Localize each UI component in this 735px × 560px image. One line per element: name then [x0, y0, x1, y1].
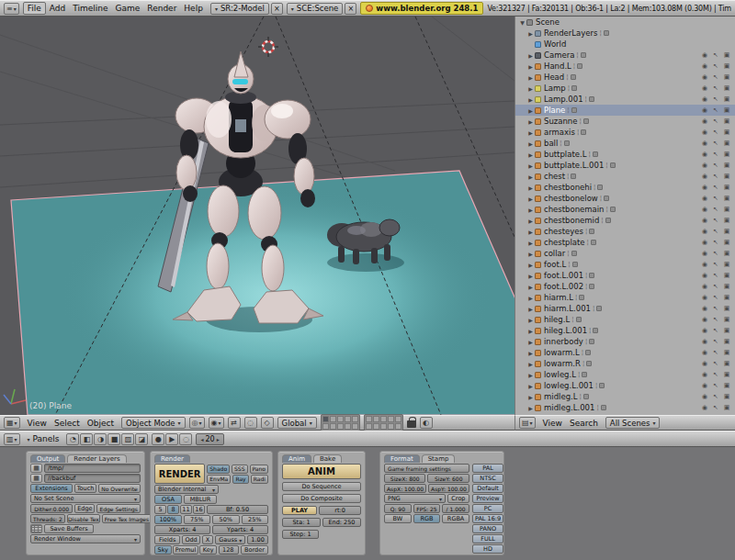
selectability-toggle-icon[interactable]: ↖ — [710, 283, 721, 290]
outliner-row[interactable]: ▶lowarm.R¦◉↖▣ — [515, 358, 735, 369]
window-type-icon[interactable]: ≡▾ — [4, 3, 19, 15]
outliner-row[interactable]: ▶hiarm.L¦◉↖▣ — [515, 292, 735, 303]
format-tab-stamp[interactable]: Stamp — [422, 454, 456, 463]
game-framing-button[interactable]: Game framing settings — [384, 464, 469, 473]
outliner-item-name[interactable]: hiarm.L — [544, 293, 573, 302]
preset-pano[interactable]: PANO — [472, 524, 503, 533]
sta-field[interactable]: Sta: 1 — [282, 518, 321, 527]
visibility-toggle-icon[interactable]: ◉ — [699, 173, 710, 180]
render-button[interactable]: RENDER — [154, 464, 205, 484]
outliner-row[interactable]: ▶Head¦◉↖▣ — [515, 72, 735, 83]
visibility-toggle-icon[interactable]: ◉ — [699, 129, 710, 136]
menu-timeline[interactable]: Timeline — [69, 3, 111, 14]
sizey-field[interactable]: SizeY: 600 — [427, 474, 469, 483]
renderability-toggle-icon[interactable]: ▣ — [721, 349, 732, 356]
layer-button-14[interactable] — [388, 416, 394, 422]
selectability-toggle-icon[interactable]: ↖ — [710, 382, 721, 389]
outliner-row[interactable]: ▶midleg.L¦◉↖▣ — [515, 391, 735, 402]
outliner-row[interactable]: ▶Plane¦◉↖▣ — [515, 105, 735, 116]
fps-base-field[interactable]: / 1.000 — [442, 504, 469, 513]
layer-button-18[interactable] — [380, 423, 387, 430]
color-mode-bw[interactable]: BW — [384, 514, 412, 523]
outliner-row[interactable]: ▶foot.L.001¦◉↖▣ — [515, 270, 735, 281]
screen-close-button[interactable]: × — [271, 3, 283, 15]
visibility-toggle-icon[interactable]: ◉ — [699, 261, 710, 268]
do-sequence-toggle[interactable]: Do Sequence — [282, 482, 361, 491]
selectability-toggle-icon[interactable]: ↖ — [710, 327, 721, 334]
renderability-toggle-icon[interactable]: ▣ — [721, 162, 732, 169]
menu-file[interactable]: File — [23, 2, 46, 15]
expand-icon[interactable]: ▶ — [526, 328, 535, 334]
pivot-selector-icon[interactable]: ◉▾ — [209, 417, 224, 429]
outliner-item-name[interactable]: midleg.L — [544, 392, 577, 401]
layer-button-16[interactable] — [366, 423, 372, 430]
renderability-toggle-icon[interactable]: ▣ — [721, 316, 732, 323]
visibility-toggle-icon[interactable]: ◉ — [699, 84, 710, 92]
file-browse-icon[interactable]: ▦ — [30, 464, 42, 473]
sizex-field[interactable]: SizeX: 800 — [384, 474, 425, 483]
selectability-toggle-icon[interactable]: ↖ — [710, 173, 721, 180]
visibility-toggle-icon[interactable]: ◉ — [699, 162, 710, 169]
selectability-toggle-icon[interactable]: ↖ — [710, 349, 721, 356]
play-button[interactable]: PLAY — [282, 506, 317, 515]
outliner-item-name[interactable]: Hand.L — [544, 62, 571, 71]
preset-pal[interactable]: PAL — [472, 464, 503, 473]
selectability-toggle-icon[interactable]: ↖ — [710, 62, 721, 70]
renderability-toggle-icon[interactable]: ▣ — [721, 51, 732, 59]
no-overwrite-toggle[interactable]: No Overwrite — [98, 484, 141, 493]
visibility-toggle-icon[interactable]: ◉ — [699, 250, 710, 257]
renderability-toggle-icon[interactable]: ▣ — [721, 84, 732, 92]
layer-button-6[interactable] — [322, 423, 329, 430]
outliner-item-name[interactable]: RenderLayers — [544, 28, 597, 38]
outliner-row[interactable]: ▶lowarm.L¦◉↖▣ — [515, 347, 735, 358]
disable-tex-toggle[interactable]: Disable Tex — [67, 514, 100, 523]
expand-icon[interactable]: ▶ — [526, 306, 535, 312]
selectability-toggle-icon[interactable]: ↖ — [710, 184, 721, 191]
renderability-toggle-icon[interactable]: ▣ — [721, 195, 732, 202]
outliner-row[interactable]: ▼Scene — [515, 17, 735, 28]
visibility-toggle-icon[interactable]: ◉ — [699, 195, 710, 202]
renderability-toggle-icon[interactable]: ▣ — [721, 283, 732, 290]
expand-icon[interactable]: ▶ — [526, 118, 535, 125]
renderability-toggle-icon[interactable]: ▣ — [721, 404, 732, 411]
visibility-toggle-icon[interactable]: ◉ — [699, 371, 710, 378]
expand-icon[interactable]: ▶ — [526, 240, 535, 246]
selectability-toggle-icon[interactable]: ↖ — [710, 140, 721, 147]
expand-icon[interactable]: ▶ — [526, 196, 535, 202]
selectability-toggle-icon[interactable]: ↖ — [710, 239, 721, 246]
expand-icon[interactable]: ▶ — [526, 151, 535, 158]
dither-field[interactable]: Dither:0.000 — [30, 504, 73, 513]
preset-pc[interactable]: PC — [472, 504, 503, 513]
alpha-mode-key[interactable]: Key — [199, 545, 217, 554]
anim-playback-icon[interactable]: ▶ — [165, 433, 178, 445]
scene-selector[interactable]: ▾SCE:Scene — [287, 3, 344, 15]
visibility-toggle-icon[interactable]: ◉ — [699, 360, 710, 367]
visibility-toggle-icon[interactable]: ◉ — [699, 404, 710, 411]
outliner-row[interactable]: ▶chest¦◉↖▣ — [515, 171, 735, 182]
outliner-item-name[interactable]: Head — [544, 73, 564, 82]
octree-menu[interactable]: 128 — [219, 545, 239, 554]
outliner-filter-selector[interactable]: All Scenes▾ — [605, 417, 661, 429]
selectability-toggle-icon[interactable]: ↖ — [710, 294, 721, 301]
edge-toggle[interactable]: Edge — [74, 504, 95, 513]
layer-button-9[interactable] — [345, 423, 351, 430]
layer-button-12[interactable] — [373, 416, 379, 422]
visibility-toggle-icon[interactable]: ◉ — [699, 151, 710, 158]
visibility-toggle-icon[interactable]: ◉ — [699, 393, 710, 400]
selectability-toggle-icon[interactable]: ↖ — [710, 106, 721, 114]
edge-settings-button[interactable]: Edge Settings — [96, 504, 141, 513]
visibility-toggle-icon[interactable]: ◉ — [699, 73, 710, 81]
visibility-toggle-icon[interactable]: ◉ — [699, 294, 710, 301]
renderability-toggle-icon[interactable]: ▣ — [721, 393, 732, 400]
visibility-toggle-icon[interactable]: ◉ — [699, 316, 710, 323]
end-field[interactable]: End: 250 — [322, 518, 361, 527]
preset-default[interactable]: Default — [472, 484, 503, 493]
visibility-toggle-icon[interactable]: ◉ — [699, 327, 710, 334]
renderability-toggle-icon[interactable]: ▣ — [721, 173, 732, 180]
shading-icon[interactable]: ◑ — [94, 433, 107, 445]
visibility-toggle-icon[interactable]: ◉ — [699, 118, 710, 125]
script-icon[interactable]: ◧ — [80, 433, 93, 445]
outliner-item-name[interactable]: chestbonehi — [544, 183, 592, 192]
layer-button-1[interactable] — [322, 416, 329, 422]
visibility-toggle-icon[interactable]: ◉ — [699, 283, 710, 290]
